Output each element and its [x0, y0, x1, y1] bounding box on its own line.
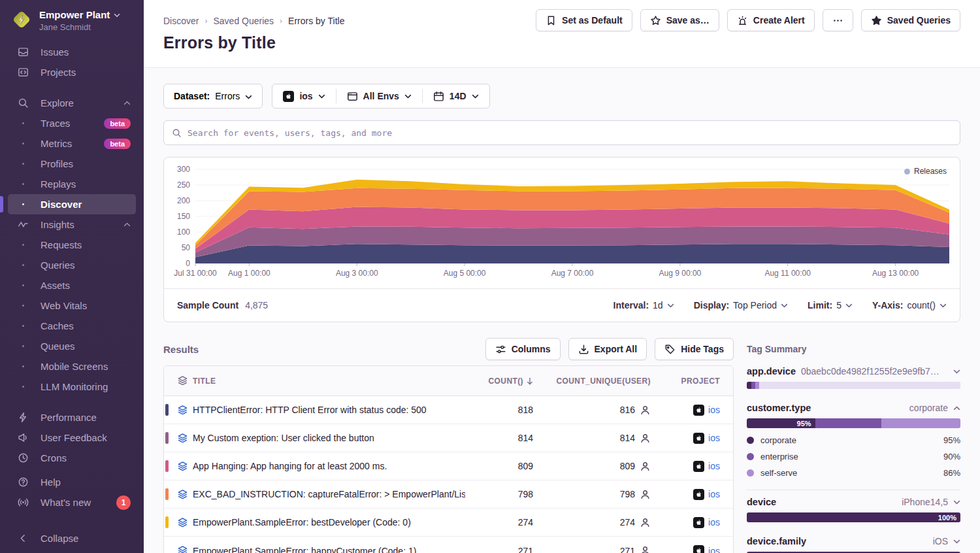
- sample-count: Sample Count 4,875: [177, 300, 268, 310]
- sidebar-item-replays[interactable]: Replays: [8, 174, 136, 194]
- saved-queries-button[interactable]: Saved Queries: [861, 9, 960, 31]
- stack-icon[interactable]: [177, 461, 188, 472]
- tag-legend-item-corporate[interactable]: corporate95%: [747, 432, 960, 448]
- column-header-count[interactable]: COUNT(): [465, 377, 542, 386]
- create-alert-button[interactable]: Create Alert: [727, 9, 815, 31]
- bullet-dot-icon: [22, 244, 24, 246]
- svg-text:0: 0: [186, 259, 190, 268]
- sidebar-item-profiles[interactable]: Profiles: [8, 154, 136, 174]
- sidebar-item-crons[interactable]: Crons: [8, 448, 136, 468]
- project-link[interactable]: ios: [708, 517, 720, 528]
- filter-ios[interactable]: ios: [272, 91, 335, 102]
- row-count: 814: [465, 433, 542, 443]
- project-link[interactable]: ios: [708, 433, 720, 443]
- tag-distribution-bar[interactable]: 95%: [747, 418, 960, 428]
- sidebar-item-traces[interactable]: Tracesbeta: [8, 113, 136, 133]
- project-link[interactable]: ios: [708, 461, 720, 471]
- tag-distribution-bar[interactable]: 100%: [747, 512, 960, 522]
- stack-icon[interactable]: [177, 489, 188, 500]
- project-link[interactable]: ios: [708, 489, 720, 499]
- project-link[interactable]: ios: [708, 405, 720, 415]
- columns-button[interactable]: Columns: [485, 338, 561, 360]
- sidebar-item-llm-monitoring[interactable]: LLM Monitoring: [8, 377, 136, 397]
- legend-value-pct: 90%: [943, 452, 960, 461]
- tag-legend-item-enterprise[interactable]: enterprise90%: [747, 448, 960, 465]
- column-header-count-unique[interactable]: COUNT_UNIQUE(USER): [542, 377, 660, 386]
- sidebar-item-issues[interactable]: Issues: [8, 42, 136, 62]
- chart-control-limit[interactable]: Limit:5: [808, 300, 853, 310]
- person-icon: [640, 517, 651, 528]
- breadcrumb-item-saved-queries[interactable]: Saved Queries: [213, 16, 274, 26]
- sidebar-item-projects[interactable]: Projects: [8, 62, 136, 82]
- chevron-down-icon: [245, 91, 252, 101]
- hide-tags-button[interactable]: Hide Tags: [655, 338, 734, 360]
- sidebar-item-what-s-new[interactable]: What's new1: [8, 492, 136, 512]
- table-row[interactable]: EXC_BAD_INSTRUCTION: captureFatalError: …: [164, 480, 733, 509]
- apple-icon: [693, 517, 704, 528]
- tag-distribution-bar[interactable]: [747, 382, 960, 389]
- tag-legend-item-self-serve[interactable]: self-serve86%: [747, 465, 960, 481]
- person-icon: [640, 405, 651, 416]
- tag-section-header-device-family[interactable]: device.familyiOS: [747, 536, 960, 546]
- column-header-title[interactable]: TITLE: [193, 377, 465, 386]
- sidebar-item-mobile-screens[interactable]: Mobile Screens: [8, 356, 136, 377]
- more-options-button[interactable]: [823, 9, 853, 31]
- chevron-down-icon: [939, 303, 947, 308]
- table-row[interactable]: My Custom exeption: User clicked the but…: [164, 424, 733, 452]
- tag-section-header-device[interactable]: deviceiPhone14,5: [747, 497, 960, 507]
- sidebar-item-web-vitals[interactable]: Web Vitals: [8, 295, 136, 316]
- chart-control-interval[interactable]: Interval:1d: [613, 300, 674, 310]
- export-all-button[interactable]: Export All: [568, 338, 647, 360]
- stack-icon[interactable]: [177, 517, 188, 528]
- table-row[interactable]: EmpowerPlant.SampleError: bestDeveloper …: [164, 509, 733, 537]
- window-icon: [347, 91, 358, 102]
- save-as-button[interactable]: Save as…: [640, 9, 719, 31]
- chart-legend[interactable]: Releases: [904, 167, 947, 176]
- chart-control-y-axis[interactable]: Y-Axis:count(): [872, 300, 947, 310]
- tag-name: device: [747, 497, 776, 507]
- apple-icon: [693, 461, 704, 472]
- sidebar-item-requests[interactable]: Requests: [8, 235, 136, 255]
- star-icon: [650, 15, 661, 26]
- filter-14d[interactable]: 14D: [423, 91, 489, 102]
- table-row[interactable]: App Hanging: App hanging for at least 20…: [164, 452, 733, 480]
- breadcrumb-separator-icon: ›: [204, 16, 207, 25]
- org-switcher[interactable]: Empower Plant Jane Schmidt: [0, 0, 144, 35]
- columns-button-label: Columns: [512, 344, 551, 354]
- tag-section-header-app-device[interactable]: app.device0baebc0de4982f1255f2e9e9fb7…: [747, 366, 960, 377]
- sidebar-item-explore[interactable]: Explore: [8, 93, 136, 113]
- table-row[interactable]: EmpowerPlant.SampleError: happyCustomer …: [164, 537, 733, 553]
- search-input[interactable]: [188, 128, 952, 138]
- results-table: TITLE COUNT() COUNT_UNIQUE(USER) PROJECT…: [163, 365, 734, 553]
- sidebar-item-discover[interactable]: Discover: [8, 194, 136, 214]
- column-header-project[interactable]: PROJECT: [660, 377, 733, 386]
- sidebar-item-metrics[interactable]: Metricsbeta: [8, 133, 136, 154]
- tag-section-header-customer-type[interactable]: customer.typecorporate: [747, 403, 960, 413]
- sidebar-item-caches[interactable]: Caches: [8, 316, 136, 336]
- sidebar-item-assets[interactable]: Assets: [8, 275, 136, 295]
- dataset-filter-button[interactable]: Dataset: Errors: [163, 84, 263, 109]
- filter-all-envs[interactable]: All Envs: [336, 91, 422, 102]
- stack-icon[interactable]: [177, 545, 188, 553]
- create-alert-button-label: Create Alert: [753, 15, 805, 25]
- sidebar-item-insights[interactable]: Insights: [8, 214, 136, 235]
- table-row[interactable]: HTTPClientError: HTTP Client Error with …: [164, 396, 733, 424]
- sidebar-item-queues[interactable]: Queues: [8, 336, 136, 356]
- dataset-label: Dataset:: [174, 91, 210, 101]
- chart-control-display[interactable]: Display:Top Period: [694, 300, 788, 310]
- breadcrumb-item-discover[interactable]: Discover: [163, 16, 199, 26]
- insights-icon: [18, 219, 29, 230]
- set-as-default-button[interactable]: Set as Default: [536, 9, 632, 31]
- sidebar-item-performance[interactable]: Performance: [8, 407, 136, 427]
- sidebar-item-user-feedback[interactable]: User Feedback: [8, 427, 136, 448]
- sidebar-item-queries[interactable]: Queries: [8, 255, 136, 275]
- stack-icon[interactable]: [177, 405, 188, 416]
- sidebar-item-help[interactable]: Help: [8, 472, 136, 492]
- breadcrumb-separator-icon: ›: [280, 16, 282, 25]
- sidebar-collapse-button[interactable]: Collapse: [8, 533, 136, 553]
- tag-summary-title: Tag Summary: [747, 337, 960, 361]
- sidebar-item-label: Requests: [41, 239, 82, 250]
- project-link[interactable]: ios: [708, 546, 720, 553]
- stack-icon[interactable]: [177, 433, 188, 444]
- row-count-unique: 271: [620, 546, 635, 553]
